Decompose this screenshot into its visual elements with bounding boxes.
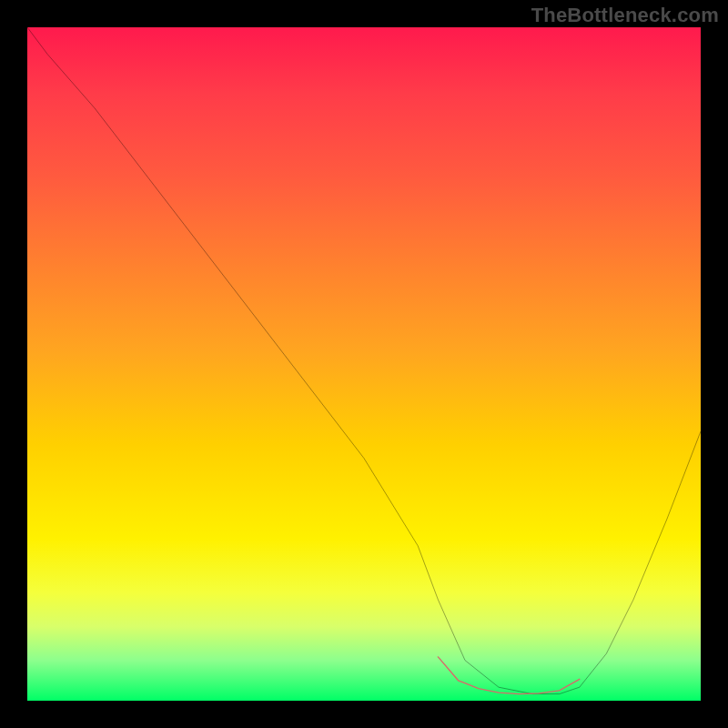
bottleneck-curve bbox=[27, 27, 701, 694]
chart-frame: TheBottleneck.com bbox=[0, 0, 728, 728]
curve-layer bbox=[27, 27, 701, 701]
optimal-region-marker bbox=[438, 657, 579, 694]
plot-area bbox=[27, 27, 701, 701]
attribution-text: TheBottleneck.com bbox=[531, 4, 719, 27]
